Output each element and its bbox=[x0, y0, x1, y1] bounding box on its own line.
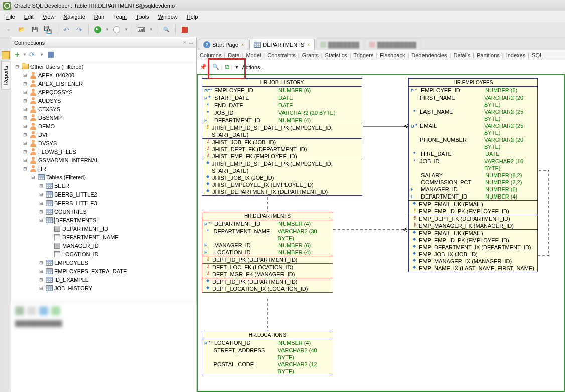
tree-table-employees_extra_date[interactable]: ⊞EMPLOYEES_EXTRA_DATE bbox=[11, 267, 196, 275]
subtab-dependencies[interactable]: Dependencies bbox=[409, 51, 449, 59]
erd-constraint: JHIST_EMPLOYEE_IX (EMPLOYEE_ID) bbox=[202, 181, 362, 188]
new-button[interactable] bbox=[3, 24, 14, 35]
tree-table-beers_little2[interactable]: ⊞BEERS_LITTLE2 bbox=[11, 190, 196, 199]
layout-icon[interactable]: ⊞ bbox=[225, 64, 229, 70]
menu-run[interactable]: Run bbox=[90, 13, 108, 21]
save-all-button[interactable] bbox=[42, 24, 53, 35]
subtab-model[interactable]: Model bbox=[244, 51, 263, 59]
panel-close-icon[interactable]: × bbox=[183, 39, 186, 46]
tree-table-beer[interactable]: ⊞BEER bbox=[11, 181, 196, 190]
erd-table[interactable]: HR.DEPARTMENTSP *DEPARTMENT_IDNUMBER (4)… bbox=[202, 212, 333, 293]
tree-user-hr[interactable]: ⊟HR bbox=[11, 164, 196, 173]
subtab-details[interactable]: Details bbox=[451, 51, 472, 59]
tree-user-demo[interactable]: ⊞DEMO bbox=[11, 122, 196, 130]
tree-user-flows_files[interactable]: ⊞FLOWS_FILES bbox=[11, 147, 196, 156]
tree-user-audsys[interactable]: ⊞AUDSYS bbox=[11, 96, 196, 105]
subtab-grants[interactable]: Grants bbox=[300, 51, 321, 59]
new-connection-button[interactable]: + bbox=[13, 51, 21, 59]
subtab-indexes[interactable]: Indexes bbox=[504, 51, 528, 59]
menu-team[interactable]: Team bbox=[109, 13, 131, 21]
tab-start-page[interactable]: ? Start Page × bbox=[199, 39, 248, 50]
subtab-flashback[interactable]: Flashback bbox=[378, 51, 407, 59]
panel-minimize-icon[interactable]: ▭ bbox=[188, 39, 193, 46]
tree-user-apex_040200[interactable]: ⊞APEX_040200 bbox=[11, 71, 196, 79]
menu-navigate[interactable]: Navigate bbox=[59, 13, 89, 21]
tree-table-beers_little3[interactable]: ⊞BEERS_LITTLE3 bbox=[11, 199, 196, 207]
forward-button[interactable] bbox=[111, 24, 122, 35]
subtab-triggers[interactable]: Triggers bbox=[351, 51, 375, 59]
tree-column[interactable]: MANAGER_ID bbox=[11, 241, 196, 250]
sql-button[interactable] bbox=[136, 24, 147, 35]
open-button[interactable] bbox=[16, 24, 27, 35]
back-button[interactable] bbox=[92, 24, 103, 35]
subtab-sql[interactable]: SQL bbox=[530, 51, 545, 59]
erd-table[interactable]: HR.JOB_HISTORYPF*EMPLOYEE_IDNUMBER (6)P … bbox=[202, 78, 362, 196]
tree-user-ctxsys[interactable]: ⊞CTXSYS bbox=[11, 105, 196, 113]
tab-departments[interactable]: DEPARTMENTS × bbox=[249, 39, 314, 50]
tree-root[interactable]: ⊟Other Users (Filtered) bbox=[11, 62, 196, 71]
dropdown-icon[interactable]: ▼ bbox=[23, 52, 27, 57]
redo-button[interactable] bbox=[74, 24, 85, 35]
undo-button[interactable] bbox=[61, 24, 72, 35]
idx-icon bbox=[204, 285, 211, 290]
menu-file[interactable]: File bbox=[2, 13, 19, 21]
editor-area: ? Start Page × DEPARTMENTS × ████████ ██… bbox=[197, 37, 565, 392]
refresh-button[interactable] bbox=[28, 51, 36, 59]
filter-button[interactable] bbox=[38, 51, 46, 59]
erd-column: P *DEPARTMENT_IDNUMBER (4) bbox=[202, 220, 333, 228]
actions-menu[interactable]: Actions... bbox=[242, 64, 265, 70]
erd-table[interactable]: HR.EMPLOYEESP *EMPLOYEE_IDNUMBER (6) FIR… bbox=[408, 78, 538, 272]
tree-table-departments[interactable]: ⊟DEPARTMENTS bbox=[11, 216, 196, 224]
tree-table-employees[interactable]: ⊞EMPLOYEES bbox=[11, 258, 196, 267]
subtab-data[interactable]: Data bbox=[226, 51, 241, 59]
tree-column[interactable]: DEPARTMENT_NAME bbox=[11, 233, 196, 241]
subtab-statistics[interactable]: Statistics bbox=[323, 51, 349, 59]
close-tab-icon[interactable]: × bbox=[307, 42, 310, 47]
tree-column[interactable]: DEPARTMENT_ID bbox=[11, 224, 196, 233]
subtab-constraints[interactable]: Constraints bbox=[265, 51, 298, 59]
reports-tab[interactable]: Reports bbox=[1, 61, 10, 90]
save-button[interactable] bbox=[29, 24, 40, 35]
menu-help[interactable]: Help bbox=[183, 13, 202, 21]
tab-phantom[interactable]: ████████ bbox=[316, 39, 364, 50]
document-tabs: ? Start Page × DEPARTMENTS × ████████ ██… bbox=[197, 37, 565, 50]
tree-user-dvsys[interactable]: ⊞DVSYS bbox=[11, 139, 196, 147]
connections-tree[interactable]: ⊟Other Users (Filtered)⊞APEX_040200⊞APEX… bbox=[11, 61, 196, 302]
tree-button[interactable] bbox=[47, 51, 55, 59]
tree-table-job_history[interactable]: ⊞JOB_HISTORY bbox=[11, 284, 196, 292]
dropdown-icon[interactable]: ▼ bbox=[124, 27, 128, 32]
tree-user-dvf[interactable]: ⊞DVF bbox=[11, 130, 196, 139]
tree-table-id_example[interactable]: ⊞ID_EXAMPLE bbox=[11, 275, 196, 284]
subtab-columns[interactable]: Columns bbox=[198, 51, 223, 59]
dropdown-icon[interactable]: ▼ bbox=[105, 27, 109, 32]
zoom-icon[interactable]: 🔍 bbox=[212, 64, 219, 70]
tree-user-appqossys[interactable]: ⊞APPQOSSYS bbox=[11, 88, 196, 96]
user-icon bbox=[29, 97, 37, 105]
tree-user-gsmadmin_internal[interactable]: ⊞GSMADMIN_INTERNAL bbox=[11, 156, 196, 164]
user-icon bbox=[29, 114, 37, 122]
fk-icon bbox=[204, 139, 211, 144]
tree-tables[interactable]: ⊟Tables (Filtered) bbox=[11, 173, 196, 181]
menu-edit[interactable]: Edit bbox=[20, 13, 38, 21]
erd-constraint: DEPT_LOC_FK (LOCATION_ID) bbox=[202, 264, 333, 271]
dropdown-icon[interactable]: ▼ bbox=[149, 27, 153, 32]
user-icon bbox=[29, 88, 37, 96]
subtab-partitions[interactable]: Partitions bbox=[475, 51, 502, 59]
dropdown-icon[interactable]: ▼ bbox=[235, 65, 239, 70]
menu-view[interactable]: View bbox=[39, 13, 59, 21]
tree-table-countries[interactable]: ⊞COUNTRIES bbox=[11, 207, 196, 216]
toolbar-separator bbox=[157, 25, 157, 35]
erd-table[interactable]: HR.LOCATIONSP *LOCATION_IDNUMBER (4) STR… bbox=[202, 331, 333, 375]
close-tab-icon[interactable]: × bbox=[241, 42, 244, 47]
stop-button[interactable] bbox=[179, 24, 190, 35]
pin-icon[interactable]: 📌 bbox=[200, 64, 207, 70]
find-button[interactable] bbox=[161, 24, 172, 35]
menu-tools[interactable]: Tools bbox=[132, 13, 153, 21]
tree-user-dbsnmp[interactable]: ⊞DBSNMP bbox=[11, 113, 196, 122]
tab-phantom[interactable]: ██████████ bbox=[365, 39, 421, 50]
erd-diagram[interactable]: HR.JOB_HISTORYPF*EMPLOYEE_IDNUMBER (6)P … bbox=[197, 74, 565, 392]
erd-column: *END_DATEDATE bbox=[202, 102, 362, 109]
menu-window[interactable]: Window bbox=[154, 13, 182, 21]
tree-column[interactable]: LOCATION_ID bbox=[11, 250, 196, 258]
tree-user-apex_listener[interactable]: ⊞APEX_LISTENER bbox=[11, 79, 196, 88]
